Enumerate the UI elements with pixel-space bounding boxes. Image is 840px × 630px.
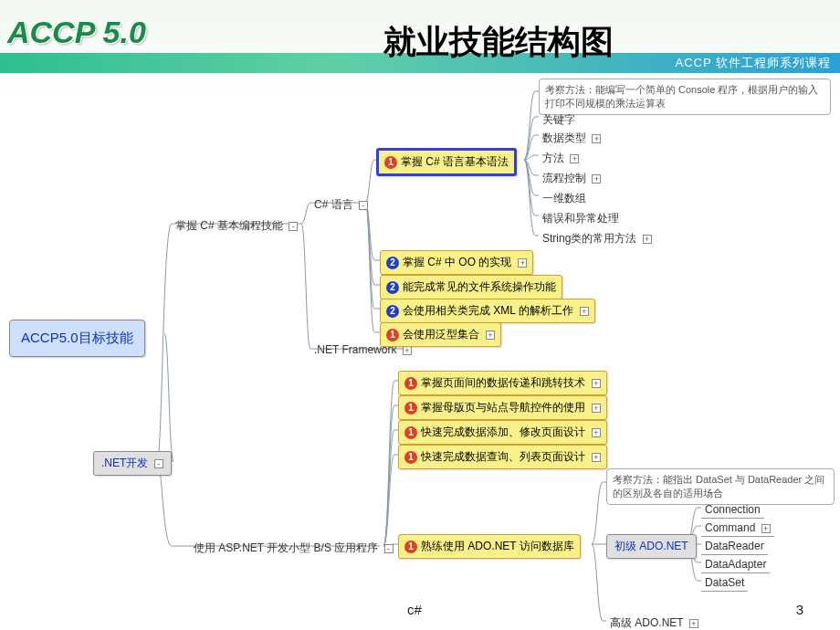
adonet-primary[interactable]: 初级 ADO.NET	[606, 534, 697, 559]
tagline: ACCP 软件工程师系列课程	[676, 55, 832, 71]
expand-icon[interactable]: +	[643, 235, 652, 244]
dotnet-item-2[interactable]: 1 掌握母版页与站点导航控件的使用 +	[398, 395, 607, 420]
priority-1-icon: 1	[404, 426, 417, 439]
branch-aspnet[interactable]: 使用 ASP.NET 开发小型 B/S 应用程序 -	[190, 539, 397, 558]
priority-1-icon: 1	[404, 377, 417, 390]
adonet-main-label: 熟练使用 ADO.NET 访问数据库	[421, 539, 574, 554]
csharp-topic-4-label: 会使用相关类完成 XML 的解析工作	[403, 303, 573, 319]
priority-1-icon: 1	[404, 402, 417, 415]
expand-icon[interactable]: +	[592, 379, 601, 388]
adonet-item-1[interactable]: Connection	[701, 501, 764, 519]
csharp-topic-1-label: 掌握 C# 语言基本语法	[401, 154, 509, 170]
expand-icon[interactable]: +	[689, 619, 698, 628]
adonet-item-4[interactable]: DataAdapter	[701, 556, 770, 573]
csharp-topic-4[interactable]: 2 会使用相关类完成 XML 的解析工作 +	[380, 299, 595, 323]
priority-2-icon: 2	[386, 305, 399, 318]
branch-skill-label: 掌握 C# 基本编程技能	[175, 219, 283, 232]
net-dev-label: .NET开发	[101, 457, 148, 469]
priority-2-icon: 2	[386, 281, 399, 294]
dotnet-item-4[interactable]: 1 快速完成数据查询、列表页面设计 +	[398, 445, 607, 469]
priority-1-icon: 1	[386, 329, 399, 341]
branch-skill[interactable]: 掌握 C# 基本编程技能 -	[172, 216, 301, 236]
expand-icon[interactable]: +	[592, 134, 601, 143]
dotnet-item-4-label: 快速完成数据查询、列表页面设计	[421, 449, 585, 465]
expand-icon[interactable]: -	[359, 201, 368, 210]
footer-text: c#	[407, 602, 422, 617]
expand-icon[interactable]: +	[486, 331, 495, 340]
root-node[interactable]: ACCP5.0目标技能	[9, 320, 145, 357]
priority-1-icon: 1	[404, 451, 417, 464]
priority-1-icon: 1	[384, 156, 397, 169]
csharp-topic-5-label: 会使用泛型集合	[403, 327, 479, 342]
csharp-sub-3[interactable]: 方法 +	[539, 149, 583, 168]
csharp-sub-5[interactable]: 一维数组	[539, 189, 590, 208]
dotnet-item-3-label: 快速完成数据添加、修改页面设计	[421, 425, 585, 440]
expand-icon[interactable]: +	[592, 404, 601, 413]
csharp-sub-7-label: String类的常用方法	[542, 232, 636, 245]
dotnet-item-3[interactable]: 1 快速完成数据添加、修改页面设计 +	[398, 420, 607, 445]
csharp-sub-4[interactable]: 流程控制 +	[539, 169, 604, 188]
adonet-advanced[interactable]: 高级 ADO.NET +	[606, 614, 702, 630]
net-dev-node[interactable]: .NET开发 -	[93, 451, 172, 476]
priority-2-icon: 2	[386, 257, 399, 269]
adonet-main[interactable]: 1 熟练使用 ADO.NET 访问数据库	[398, 534, 581, 559]
csharp-topic-3-label: 能完成常见的文件系统操作功能	[403, 279, 556, 295]
logo: ACCP 5.0	[7, 15, 146, 50]
csharp-note: 考察方法：能编写一个简单的 Console 程序，根据用户的输入打印不同规模的乘…	[539, 79, 831, 115]
expand-icon[interactable]: +	[592, 428, 601, 437]
csharp-topic-2[interactable]: 2 掌握 C# 中 OO 的实现 +	[380, 250, 533, 275]
csharp-topic-1[interactable]: 1 掌握 C# 语言基本语法	[376, 148, 517, 176]
adonet-item-2[interactable]: Command +	[701, 520, 774, 537]
expand-icon[interactable]: +	[570, 154, 579, 163]
dotnet-item-2-label: 掌握母版页与站点导航控件的使用	[421, 400, 585, 415]
adonet-item-2-label: Command	[705, 521, 755, 534]
expand-icon[interactable]: +	[761, 524, 771, 533]
expand-icon[interactable]: -	[154, 459, 163, 468]
csharp-sub-4-label: 流程控制	[542, 172, 586, 184]
csharp-sub-6[interactable]: 错误和异常处理	[539, 209, 623, 228]
branch-aspnet-label: 使用 ASP.NET 开发小型 B/S 应用程序	[194, 541, 378, 554]
adonet-note: 考察方法：能指出 DataSet 与 DataReader 之间的区别及各自的适…	[606, 468, 835, 505]
adonet-advanced-label: 高级 ADO.NET	[610, 616, 683, 629]
csharp-topic-2-label: 掌握 C# 中 OO 的实现	[403, 255, 511, 270]
expand-icon[interactable]: +	[592, 174, 601, 184]
branch-csharp-label: C# 语言	[314, 198, 353, 211]
csharp-sub-2-label: 数据类型	[542, 131, 586, 144]
page-number: 3	[796, 602, 803, 617]
adonet-item-5[interactable]: DataSet	[701, 574, 748, 592]
branch-csharp[interactable]: C# 语言 -	[310, 195, 372, 215]
csharp-topic-5[interactable]: 1 会使用泛型集合 +	[380, 322, 501, 347]
csharp-sub-7[interactable]: String类的常用方法 +	[539, 229, 656, 248]
expand-icon[interactable]: -	[289, 222, 298, 231]
page-title: 就业技能结构图	[383, 20, 614, 65]
expand-icon[interactable]: +	[403, 346, 412, 355]
csharp-sub-2[interactable]: 数据类型 +	[539, 129, 604, 148]
expand-icon[interactable]: -	[384, 544, 394, 553]
expand-icon[interactable]: +	[518, 258, 527, 268]
dotnet-item-1[interactable]: 1 掌握页面间的数据传递和跳转技术 +	[398, 371, 607, 395]
dotnet-item-1-label: 掌握页面间的数据传递和跳转技术	[421, 375, 585, 391]
adonet-item-3[interactable]: DataReader	[701, 538, 768, 555]
priority-1-icon: 1	[404, 541, 417, 553]
csharp-sub-3-label: 方法	[542, 152, 564, 164]
adonet-primary-label: 初级 ADO.NET	[614, 540, 688, 552]
expand-icon[interactable]: +	[580, 307, 589, 316]
csharp-sub-1[interactable]: 关键字	[539, 110, 579, 130]
expand-icon[interactable]: +	[592, 453, 601, 462]
csharp-topic-3[interactable]: 2 能完成常见的文件系统操作功能	[380, 275, 562, 299]
